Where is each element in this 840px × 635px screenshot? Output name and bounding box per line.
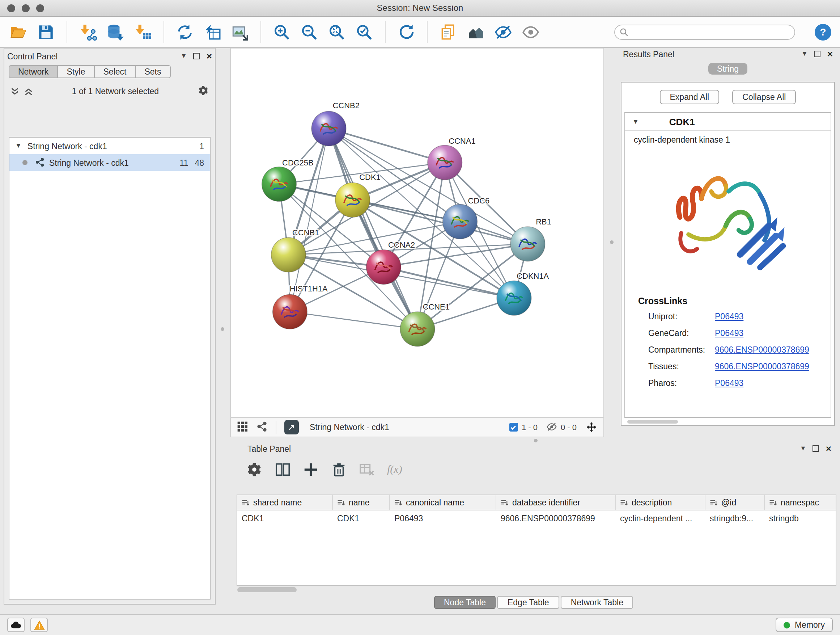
expand-all-button[interactable]: Expand All	[660, 90, 720, 104]
column-header[interactable]: shared name	[237, 495, 333, 510]
table-cell[interactable]: 9606.ENSP00000378699	[496, 514, 616, 523]
copy-icon[interactable]	[439, 22, 458, 42]
network-from-table-icon[interactable]	[202, 22, 222, 42]
column-header[interactable]: database identifier	[496, 495, 616, 510]
delete-column-icon[interactable]	[331, 461, 347, 478]
hidden-eye-icon[interactable]	[546, 421, 557, 433]
column-header[interactable]: @id	[706, 495, 765, 510]
network-node-RB1[interactable]: RB1	[510, 217, 551, 261]
delete-table-icon[interactable]	[359, 461, 376, 478]
network-node-CCNA1[interactable]: CCNA1	[428, 136, 476, 180]
float-panel-icon[interactable]	[194, 53, 200, 59]
splitter-handle[interactable]	[610, 241, 614, 244]
minimize-window-button[interactable]	[22, 4, 30, 12]
table-options-gear-icon[interactable]	[246, 461, 263, 478]
table-cell[interactable]: stringdb:9...	[706, 514, 765, 523]
function-builder-icon[interactable]: f(x)	[387, 463, 402, 475]
close-panel-icon[interactable]: ×	[827, 49, 833, 59]
column-header[interactable]: namespac	[765, 495, 834, 510]
column-header[interactable]: description	[616, 495, 706, 510]
table-cell[interactable]: CDK1	[237, 514, 333, 523]
close-panel-icon[interactable]: ×	[826, 444, 831, 453]
cloud-button[interactable]	[7, 618, 25, 632]
open-in-new-icon[interactable]	[284, 420, 299, 434]
network-row[interactable]: String Network - cdk1 11 48	[9, 154, 210, 171]
network-node-CCNB2[interactable]: CCNB2	[311, 101, 360, 146]
horizontal-scrollbar[interactable]	[237, 587, 297, 592]
network-node-HIST1H1A[interactable]: HIST1H1A	[273, 284, 328, 329]
crosslink-link[interactable]: P06493	[715, 312, 744, 320]
open-session-icon[interactable]	[9, 22, 28, 42]
zoom-in-icon[interactable]	[272, 22, 292, 42]
maximize-window-button[interactable]	[36, 4, 44, 12]
section-collapse-icon[interactable]: ▼	[632, 119, 639, 125]
collapse-panel-icon[interactable]: ▼	[180, 53, 187, 59]
save-session-icon[interactable]	[36, 22, 56, 42]
collapse-all-button[interactable]: Collapse All	[732, 90, 796, 104]
table-row[interactable]: CDK1 CDK1 P06493 9606.ENSP00000378699 cy…	[237, 510, 836, 526]
horizontal-scrollbar[interactable]	[627, 420, 678, 424]
zoom-selected-icon[interactable]	[355, 22, 374, 42]
float-panel-icon[interactable]	[813, 445, 819, 452]
column-header[interactable]: name	[333, 495, 390, 510]
grid-view-icon[interactable]	[237, 421, 248, 434]
tab-node-table[interactable]: Node Table	[434, 596, 496, 609]
export-image-icon[interactable]	[230, 22, 249, 42]
import-network-file-icon[interactable]	[78, 22, 98, 42]
birdseye-move-icon[interactable]	[585, 420, 598, 434]
tab-network[interactable]: Network	[9, 65, 58, 78]
tab-select[interactable]: Select	[94, 65, 136, 78]
string-results-tab[interactable]: String	[708, 63, 747, 74]
table-cell[interactable]: CDK1	[333, 514, 390, 523]
share-network-icon[interactable]	[256, 421, 268, 434]
network-edge[interactable]	[384, 267, 514, 298]
network-graph[interactable]: CCNB2CCNA1CDC25BCDK1CDC6RB1CCNB1CCNA2CDK…	[231, 49, 603, 417]
crosslink-link[interactable]: P06493	[715, 328, 744, 337]
network-node-CDKN1A[interactable]: CDKN1A	[497, 272, 549, 316]
close-panel-icon[interactable]: ×	[207, 51, 212, 61]
crosslink-link[interactable]: 9606.ENSP00000378699	[715, 345, 809, 354]
search-input[interactable]	[614, 24, 795, 40]
collapse-all-networks-icon[interactable]	[24, 87, 33, 96]
network-canvas[interactable]: CCNB2CCNA1CDC25BCDK1CDC6RB1CCNB1CCNA2CDK…	[230, 48, 604, 418]
tab-edge-table[interactable]: Edge Table	[497, 596, 559, 609]
tab-style[interactable]: Style	[57, 65, 95, 78]
network-node-CDC25B[interactable]: CDC25B	[262, 158, 314, 202]
network-options-gear-icon[interactable]	[197, 85, 209, 98]
import-table-icon[interactable]	[133, 22, 153, 42]
network-edge[interactable]	[329, 128, 445, 163]
tab-network-table[interactable]: Network Table	[561, 596, 633, 609]
column-header[interactable]: canonical name	[390, 495, 496, 510]
expand-all-networks-icon[interactable]	[10, 87, 19, 96]
zoom-fit-icon[interactable]	[327, 22, 347, 42]
add-column-icon[interactable]	[302, 461, 319, 478]
float-panel-icon[interactable]	[814, 51, 821, 57]
selected-count-checkbox[interactable]	[509, 423, 518, 432]
import-network-database-icon[interactable]	[106, 22, 125, 42]
tab-sets[interactable]: Sets	[135, 65, 171, 78]
hide-panel-icon[interactable]	[493, 22, 513, 42]
network-edge[interactable]	[329, 128, 417, 329]
zoom-out-icon[interactable]	[300, 22, 319, 42]
refresh-icon[interactable]	[396, 22, 416, 42]
memory-button[interactable]: Memory	[776, 618, 833, 632]
collapse-panel-icon[interactable]: ▼	[800, 445, 806, 452]
new-network-icon[interactable]	[175, 22, 195, 42]
table-cell[interactable]: P06493	[390, 514, 496, 523]
network-node-CDK1[interactable]: CDK1	[335, 173, 381, 218]
tree-expand-icon[interactable]: ▼	[15, 143, 22, 149]
network-collection-row[interactable]: ▼ String Network - cdk1 1	[9, 138, 210, 154]
splitter-handle[interactable]	[221, 327, 224, 331]
home-icon[interactable]	[466, 22, 485, 42]
collapse-panel-icon[interactable]: ▼	[801, 51, 808, 57]
crosslink-link[interactable]: P06493	[715, 378, 744, 387]
crosslink-link[interactable]: 9606.ENSP00000378699	[715, 362, 809, 371]
close-window-button[interactable]	[7, 4, 15, 12]
help-button[interactable]: ?	[815, 24, 831, 40]
network-edge[interactable]	[290, 312, 417, 329]
warning-button[interactable]	[30, 618, 48, 632]
table-cell[interactable]: stringdb	[765, 514, 834, 523]
show-panel-icon[interactable]	[521, 22, 540, 42]
table-cell[interactable]: cyclin-dependent ...	[616, 514, 706, 523]
show-columns-icon[interactable]	[274, 461, 291, 478]
